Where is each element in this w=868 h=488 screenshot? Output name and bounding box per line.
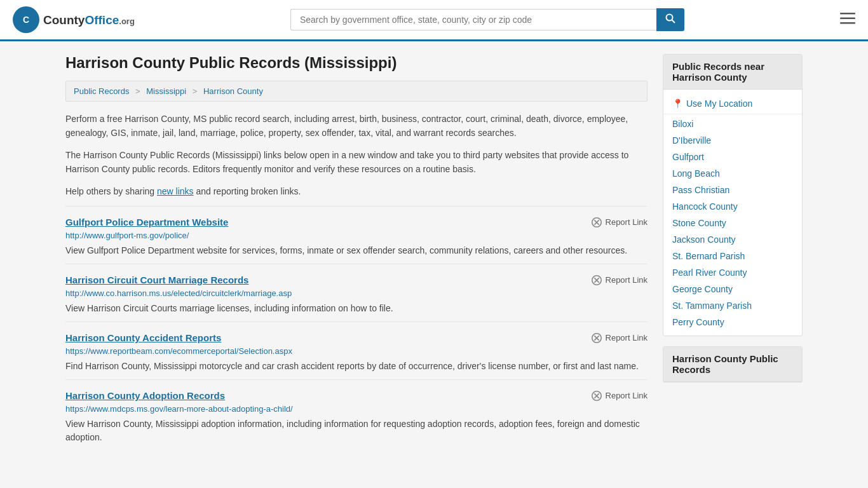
- sidebar-link-2[interactable]: Gulfport: [663, 149, 802, 165]
- breadcrumb-sep1: >: [135, 86, 142, 96]
- svg-line-3: [672, 20, 675, 24]
- record-item: Harrison Circuit Court Marriage Records …: [65, 264, 648, 322]
- page-title: Harrison County Public Records (Mississi…: [65, 54, 648, 72]
- report-link-label-1: Report Link: [606, 275, 648, 285]
- records-list: Gulfport Police Department Website Repor…: [65, 206, 648, 451]
- site-header: C CountyOffice.org: [0, 0, 868, 41]
- sidebar-public-records-header: Harrison County Public Records: [663, 347, 802, 382]
- record-url-1[interactable]: http://www.co.harrison.ms.us/elected/cir…: [65, 288, 648, 298]
- record-desc-3: View Harrison County, Mississippi adopti…: [65, 417, 648, 444]
- record-item: Harrison County Accident Reports Report …: [65, 322, 648, 379]
- breadcrumb-mississippi[interactable]: Mississippi: [146, 86, 186, 96]
- main-wrapper: Harrison County Public Records (Mississi…: [53, 41, 815, 463]
- search-input[interactable]: [290, 9, 656, 30]
- record-header: Harrison Circuit Court Marriage Records …: [65, 274, 648, 286]
- svg-rect-5: [840, 18, 855, 20]
- record-header: Harrison County Accident Reports Report …: [65, 332, 648, 344]
- record-item: Gulfport Police Department Website Repor…: [65, 206, 648, 264]
- report-link-btn-2[interactable]: Report Link: [591, 332, 648, 344]
- report-link-btn-1[interactable]: Report Link: [591, 274, 648, 286]
- sidebar-link-4[interactable]: Pass Christian: [663, 182, 802, 198]
- breadcrumb-sep2: >: [193, 86, 200, 96]
- sidebar-link-8[interactable]: St. Bernard Parish: [663, 248, 802, 264]
- new-links-link[interactable]: new links: [157, 186, 194, 196]
- sidebar-link-1[interactable]: D'Iberville: [663, 132, 802, 149]
- report-link-btn-3[interactable]: Report Link: [591, 390, 648, 402]
- sidebar-link-10[interactable]: George County: [663, 281, 802, 297]
- description-3: Help others by sharing new links and rep…: [65, 184, 648, 198]
- sidebar-link-11[interactable]: St. Tammany Parish: [663, 297, 802, 314]
- record-title-1[interactable]: Harrison Circuit Court Marriage Records: [65, 274, 248, 285]
- sidebar-nearby-header: Public Records near Harrison County: [663, 55, 802, 90]
- breadcrumb-public-records[interactable]: Public Records: [74, 86, 129, 96]
- sidebar-link-6[interactable]: Stone County: [663, 215, 802, 231]
- report-link-label-0: Report Link: [606, 217, 648, 227]
- record-desc-2: Find Harrison County, Mississippi motorc…: [65, 360, 648, 373]
- description-2: The Harrison County Public Records (Miss…: [65, 148, 648, 177]
- record-desc-0: View Gulfport Police Department website …: [65, 244, 648, 257]
- logo-icon: C: [13, 6, 39, 33]
- pin-icon: 📍: [672, 98, 683, 109]
- report-link-label-2: Report Link: [606, 333, 648, 342]
- sidebar-public-records-section: Harrison County Public Records: [663, 346, 803, 383]
- description-3-pre: Help others by sharing: [65, 186, 157, 196]
- search-button[interactable]: [656, 8, 684, 31]
- content-area: Harrison County Public Records (Mississi…: [65, 54, 648, 451]
- sidebar-link-12[interactable]: Perry County: [663, 314, 802, 330]
- sidebar-nearby-links: BiloxiD'IbervilleGulfportLong BeachPass …: [663, 116, 802, 330]
- record-header: Gulfport Police Department Website Repor…: [65, 217, 648, 228]
- breadcrumb-harrison-county[interactable]: Harrison County: [203, 86, 263, 96]
- record-url-3[interactable]: https://www.mdcps.ms.gov/learn-more-abou…: [65, 404, 648, 414]
- use-my-location[interactable]: 📍 Use My Location: [663, 95, 802, 112]
- sidebar-link-5[interactable]: Hancock County: [663, 198, 802, 215]
- svg-rect-4: [840, 13, 855, 15]
- logo-text: CountyOffice.org: [43, 13, 135, 27]
- sidebar-link-9[interactable]: Pearl River County: [663, 264, 802, 281]
- record-title-3[interactable]: Harrison County Adoption Records: [65, 390, 225, 401]
- report-link-label-3: Report Link: [606, 391, 648, 400]
- record-title-2[interactable]: Harrison County Accident Reports: [65, 332, 221, 343]
- sidebar: Public Records near Harrison County 📍 Us…: [663, 54, 803, 451]
- record-url-2[interactable]: https://www.reportbeam.com/ecommerceport…: [65, 346, 648, 356]
- search-area: [290, 8, 684, 31]
- record-title-0[interactable]: Gulfport Police Department Website: [65, 217, 228, 227]
- sidebar-link-0[interactable]: Biloxi: [663, 116, 802, 132]
- report-link-btn-0[interactable]: Report Link: [591, 217, 648, 228]
- sidebar-link-7[interactable]: Jackson County: [663, 231, 802, 248]
- svg-point-2: [666, 15, 672, 21]
- sidebar-links: 📍 Use My Location BiloxiD'IbervilleGulfp…: [663, 90, 802, 336]
- sidebar-nearby: Public Records near Harrison County 📍 Us…: [663, 54, 803, 336]
- breadcrumb: Public Records > Mississippi > Harrison …: [65, 81, 648, 102]
- record-desc-1: View Harrison Circuit Courts marriage li…: [65, 302, 648, 315]
- description-1: Perform a free Harrison County, MS publi…: [65, 112, 648, 140]
- svg-rect-6: [840, 22, 855, 24]
- menu-icon[interactable]: [840, 11, 855, 28]
- sidebar-link-3[interactable]: Long Beach: [663, 165, 802, 182]
- description-3-post: and reporting broken links.: [194, 186, 301, 196]
- record-url-0[interactable]: http://www.gulfport-ms.gov/police/: [65, 231, 648, 240]
- record-header: Harrison County Adoption Records Report …: [65, 390, 648, 402]
- svg-text:C: C: [23, 15, 29, 25]
- record-item: Harrison County Adoption Records Report …: [65, 379, 648, 451]
- logo-area: C CountyOffice.org: [13, 6, 135, 33]
